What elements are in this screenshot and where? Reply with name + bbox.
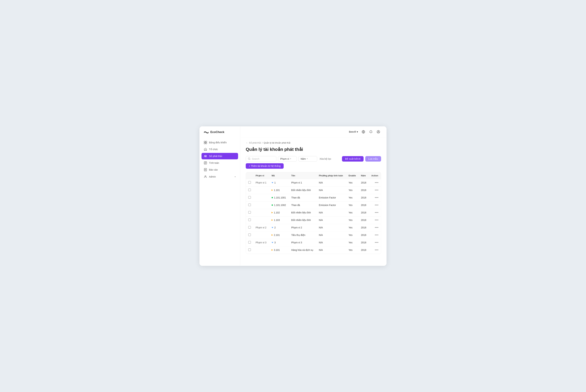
row-enable: Yes <box>346 231 359 239</box>
th-checkbox <box>246 172 253 179</box>
code-text: 1.101.1002 <box>274 204 286 206</box>
row-name: Đốt nhiên liệu tĩnh <box>289 216 316 224</box>
row-scope <box>253 194 269 201</box>
row-year: 2018 <box>359 179 369 186</box>
row-action[interactable]: ••• <box>369 209 381 216</box>
row-checkbox[interactable] <box>248 248 251 251</box>
sidebar-item-dashboard[interactable]: Bảng điều khiển <box>202 139 238 146</box>
row-action[interactable]: ••• <box>369 216 381 224</box>
scope-filter-label: Phạm vi <box>280 158 289 160</box>
svg-point-5 <box>204 156 205 156</box>
row-checkbox[interactable] <box>248 204 251 206</box>
row-checkbox[interactable] <box>248 241 251 244</box>
clear-filter-button[interactable]: Xóa bộ lọc <box>319 156 332 162</box>
dot-green-icon <box>272 197 273 198</box>
breadcrumb-current: Quản lý tài khoản phát thải <box>264 142 290 144</box>
more-options-button[interactable]: ••• <box>371 233 378 237</box>
user-name: BeevR <box>349 130 356 133</box>
year-filter-label: Năm <box>301 158 306 160</box>
sidebar-item-label: Báo cáo <box>209 168 218 171</box>
bell-icon[interactable] <box>368 129 374 134</box>
user-menu[interactable]: BeevR ▾ <box>349 130 358 133</box>
scope-filter[interactable]: Phạm vi ▾ <box>278 156 297 162</box>
more-options-button[interactable]: ••• <box>371 196 378 200</box>
row-year: 2018 <box>359 201 369 209</box>
table-row: 3.101Hàng hóa và dịch vụN/AYes2018••• <box>246 246 381 254</box>
row-method: Emission Factor <box>316 194 346 201</box>
row-checkbox[interactable] <box>248 211 251 214</box>
breadcrumb-arrow: ← <box>246 142 248 144</box>
row-name: Hàng hóa và dịch vụ <box>289 246 316 254</box>
row-checkbox[interactable] <box>248 181 251 184</box>
more-options-button[interactable]: ••• <box>371 204 378 207</box>
row-enable: Yes <box>346 194 359 201</box>
row-name: Phạm vi 2 <box>289 224 316 231</box>
row-checkbox[interactable] <box>248 196 251 199</box>
report-icon <box>204 168 207 171</box>
row-checkbox[interactable] <box>248 188 251 191</box>
svg-rect-3 <box>206 143 207 144</box>
row-scope <box>253 186 269 194</box>
more-options-button[interactable]: ••• <box>371 226 378 230</box>
row-scope: Phạm vi 2 <box>253 224 269 231</box>
row-action[interactable]: ••• <box>369 246 381 254</box>
top-header: BeevR ▾ <box>240 126 386 138</box>
row-checkbox[interactable] <box>248 234 251 236</box>
chevron-down-blue-icon <box>272 242 273 243</box>
sidebar-item-admin[interactable]: Admin ▾ <box>202 173 238 180</box>
row-action[interactable]: ••• <box>369 231 381 239</box>
table-header-row: Phạm vi Mã Tên Phương pháp tính toán Ena… <box>246 172 381 179</box>
row-scope <box>253 216 269 224</box>
ai-suggest-button[interactable]: Đề xuất bởi AI <box>342 156 364 162</box>
year-filter[interactable]: Năm ▾ <box>298 156 317 162</box>
row-method: N/A <box>316 216 346 224</box>
more-options-button[interactable]: ••• <box>371 218 378 222</box>
row-action[interactable]: ••• <box>369 194 381 201</box>
table-row: Phạm vi 33Phạm vi 3N/AYes2018••• <box>246 239 381 246</box>
row-code: 3.101 <box>269 246 289 254</box>
chevron-right-orange-icon <box>272 249 273 251</box>
globe-icon[interactable] <box>361 129 366 134</box>
row-checkbox[interactable] <box>248 218 251 221</box>
row-code: 1.101.1002 <box>269 201 289 209</box>
row-action[interactable]: ••• <box>369 239 381 246</box>
row-action[interactable]: ••• <box>369 224 381 231</box>
table-row: Phạm vi 11Phạm vi 1N/AYes2018••• <box>246 179 381 186</box>
page-content: ← Số phát thải / Quản lý tài khoản phát … <box>240 138 386 266</box>
table-row: 1.101.1002Than đáEmission FactorYes2018•… <box>246 201 381 209</box>
more-options-button[interactable]: ••• <box>371 211 378 214</box>
sidebar-item-report[interactable]: Báo cáo <box>202 166 238 173</box>
row-method: N/A <box>316 209 346 216</box>
save-template-button[interactable]: Lưu mẫu <box>365 156 381 162</box>
sidebar-item-label: Tính toán <box>209 162 219 164</box>
row-action[interactable]: ••• <box>369 201 381 209</box>
sidebar-item-calculate[interactable]: Tính toán <box>202 160 238 166</box>
sidebar-item-organization[interactable]: Tổ chức <box>202 146 238 152</box>
row-year: 2018 <box>359 216 369 224</box>
more-options-button[interactable]: ••• <box>371 188 378 192</box>
code-text: 1 <box>274 181 276 184</box>
breadcrumb-parent[interactable]: Số phát thải <box>249 142 261 144</box>
chevron-right-orange-icon <box>272 234 273 236</box>
code-text: 3 <box>274 241 276 244</box>
row-scope <box>253 246 269 254</box>
search-box[interactable] <box>246 156 276 162</box>
row-checkbox[interactable] <box>248 226 251 228</box>
code-text: 2 <box>274 226 276 229</box>
more-options-button[interactable]: ••• <box>371 248 378 252</box>
search-input[interactable] <box>252 158 272 160</box>
row-action[interactable]: ••• <box>369 186 381 194</box>
svg-rect-1 <box>206 141 207 142</box>
row-code: 1.101 <box>269 186 289 194</box>
more-options-button[interactable]: ••• <box>371 241 378 244</box>
add-account-button[interactable]: + Thêm tài khoản từ hệ thống <box>246 163 284 169</box>
row-action[interactable]: ••• <box>369 179 381 186</box>
row-code: 3 <box>269 239 289 246</box>
user-avatar-icon[interactable] <box>376 129 381 134</box>
chevron-right-orange-icon <box>272 189 273 191</box>
more-options-button[interactable]: ••• <box>371 181 378 184</box>
th-enable: Enable <box>346 172 359 179</box>
row-method: N/A <box>316 186 346 194</box>
row-code: 1.102 <box>269 209 289 216</box>
sidebar-item-emissions[interactable]: Số phát thải <box>202 153 238 159</box>
